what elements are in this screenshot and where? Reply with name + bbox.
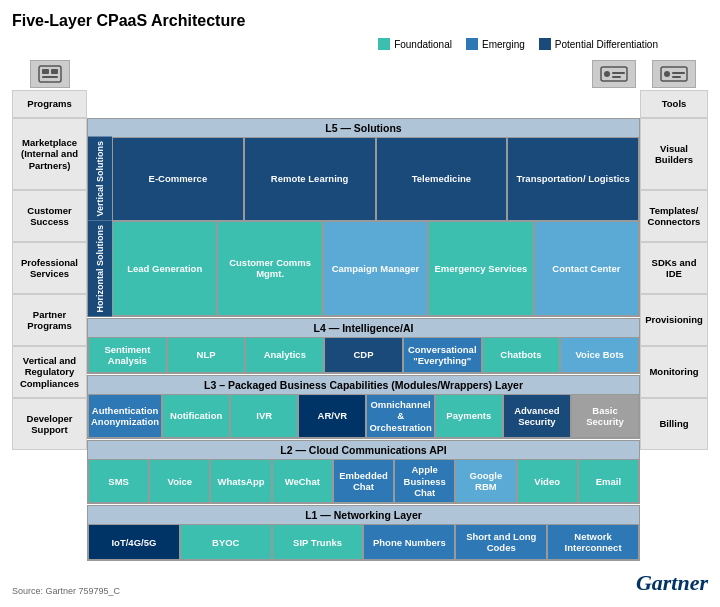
- l3-basic-security: Basic Security: [571, 394, 639, 438]
- prog-customer-success: Customer Success: [12, 190, 87, 242]
- page-title: Five-Layer CPaaS Architecture: [12, 12, 708, 30]
- tool-monitoring: Monitoring: [640, 346, 708, 398]
- svg-rect-1: [42, 69, 49, 74]
- svg-rect-0: [39, 66, 61, 82]
- potential-color-box: [539, 38, 551, 50]
- legend-emerging: Emerging: [482, 39, 525, 50]
- programs-label: Programs: [12, 90, 87, 118]
- tools-icon: [592, 60, 636, 88]
- programs-column: Programs Marketplace (Internal and Partn…: [12, 58, 87, 562]
- emerging-color-box: [466, 38, 478, 50]
- l2-header: L2 — Cloud Communications API: [88, 441, 639, 459]
- l2-section: L2 — Cloud Communications API SMS Voice …: [87, 440, 640, 504]
- l3-notification: Notification: [162, 394, 230, 438]
- svg-point-9: [664, 71, 670, 77]
- tool-visual-builders: Visual Builders: [640, 118, 708, 190]
- l4-section: L4 — Intelligence/AI Sentiment Analysis …: [87, 318, 640, 374]
- legend-foundational: Foundational: [394, 39, 452, 50]
- l3-payments: Payments: [435, 394, 503, 438]
- l1-sip: SIP Trunks: [272, 524, 364, 560]
- horizontal-solutions-label: Horizontal Solutions: [88, 221, 112, 317]
- legend: Foundational Emerging Potential Differen…: [12, 38, 708, 50]
- l5-customer-comms: Customer Comms Mgmt.: [217, 221, 322, 317]
- l2-voice: Voice: [149, 459, 210, 503]
- source-text: Source: Gartner 759795_C: [12, 586, 120, 596]
- foundational-color-box: [378, 38, 390, 50]
- l5-telemedicine: Telemedicine: [376, 137, 508, 221]
- l5-lead-gen: Lead Generation: [112, 221, 217, 317]
- l4-sentiment: Sentiment Analysis: [88, 337, 167, 373]
- tool-billing: Billing: [640, 398, 708, 450]
- l4-cdp: CDP: [324, 337, 403, 373]
- l5-campaign: Campaign Manager: [323, 221, 428, 317]
- l2-apple-biz: Apple Business Chat: [394, 459, 455, 503]
- l5-header: L5 — Solutions: [88, 119, 639, 137]
- l1-network: Network Interconnect: [547, 524, 639, 560]
- l2-whatsapp: WhatsApp: [210, 459, 271, 503]
- l4-nlp: NLP: [167, 337, 246, 373]
- l1-header: L1 — Networking Layer: [88, 506, 639, 524]
- prog-vertical-reg: Vertical and Regulatory Compliances: [12, 346, 87, 398]
- l2-wechat: WeChat: [272, 459, 333, 503]
- l3-arvr: AR/VR: [298, 394, 366, 438]
- tool-sdks: SDKs and IDE: [640, 242, 708, 294]
- l4-voicebots: Voice Bots: [560, 337, 639, 373]
- l3-header: L3 – Packaged Business Capabilities (Mod…: [88, 376, 639, 394]
- svg-rect-2: [51, 69, 58, 74]
- l3-section: L3 – Packaged Business Capabilities (Mod…: [87, 375, 640, 439]
- l5-emergency: Emergency Services: [428, 221, 533, 317]
- svg-rect-10: [672, 72, 685, 74]
- vertical-solutions-label: Vertical Solutions: [88, 137, 112, 221]
- l2-email: Email: [578, 459, 639, 503]
- l4-header: L4 — Intelligence/AI: [88, 319, 639, 337]
- prog-professional: Professional Services: [12, 242, 87, 294]
- svg-rect-11: [672, 76, 681, 78]
- svg-rect-7: [612, 76, 621, 78]
- l4-chatbots: Chatbots: [482, 337, 561, 373]
- l2-video: Video: [517, 459, 578, 503]
- svg-point-5: [604, 71, 610, 77]
- tools-icon-right: [652, 60, 696, 88]
- l4-analytics: Analytics: [245, 337, 324, 373]
- prog-partner: Partner Programs: [12, 294, 87, 346]
- l5-ecommerce: E-Commerce: [112, 137, 244, 221]
- l2-sms: SMS: [88, 459, 149, 503]
- l1-iot: IoT/4G/5G: [88, 524, 180, 560]
- l3-advanced-security: Advanced Security: [503, 394, 571, 438]
- l1-phone: Phone Numbers: [363, 524, 455, 560]
- l2-google-rbm: Google RBM: [455, 459, 516, 503]
- tool-provisioning: Provisioning: [640, 294, 708, 346]
- l1-short-long: Short and Long Codes: [455, 524, 547, 560]
- l5-contact-center: Contact Center: [534, 221, 639, 317]
- tool-templates: Templates/ Connectors: [640, 190, 708, 242]
- l5-section: L5 — Solutions Vertical Solutions E-Comm…: [87, 118, 640, 317]
- prog-developer: Developer Support: [12, 398, 87, 450]
- l3-ivr: IVR: [230, 394, 298, 438]
- l3-omnichannel: Omnichannel & Orchestration: [366, 394, 434, 438]
- l1-section: L1 — Networking Layer IoT/4G/5G BYOC SIP…: [87, 505, 640, 561]
- l5-transportation: Transportation/ Logistics: [507, 137, 639, 221]
- bottom-bar: Source: Gartner 759795_C Gartner: [12, 566, 708, 596]
- l2-embedded-chat: Embedded Chat: [333, 459, 394, 503]
- tools-label: Tools: [640, 90, 708, 118]
- l1-byoc: BYOC: [180, 524, 272, 560]
- svg-rect-6: [612, 72, 625, 74]
- main-diagram: L5 — Solutions Vertical Solutions E-Comm…: [87, 58, 640, 562]
- gartner-logo: Gartner: [636, 570, 708, 596]
- architecture-diagram: Programs Marketplace (Internal and Partn…: [12, 58, 708, 562]
- prog-marketplace: Marketplace (Internal and Partners): [12, 118, 87, 190]
- legend-potential: Potential Differentiation: [555, 39, 658, 50]
- tools-header-label: [87, 90, 640, 118]
- tools-column: Tools Visual Builders Templates/ Connect…: [640, 58, 708, 562]
- l4-conversational: Conversational "Everything": [403, 337, 482, 373]
- l5-remote-learning: Remote Learning: [244, 137, 376, 221]
- programs-icon: [30, 60, 70, 88]
- l3-auth: Authentication Anonymization: [88, 394, 162, 438]
- svg-rect-3: [42, 76, 58, 78]
